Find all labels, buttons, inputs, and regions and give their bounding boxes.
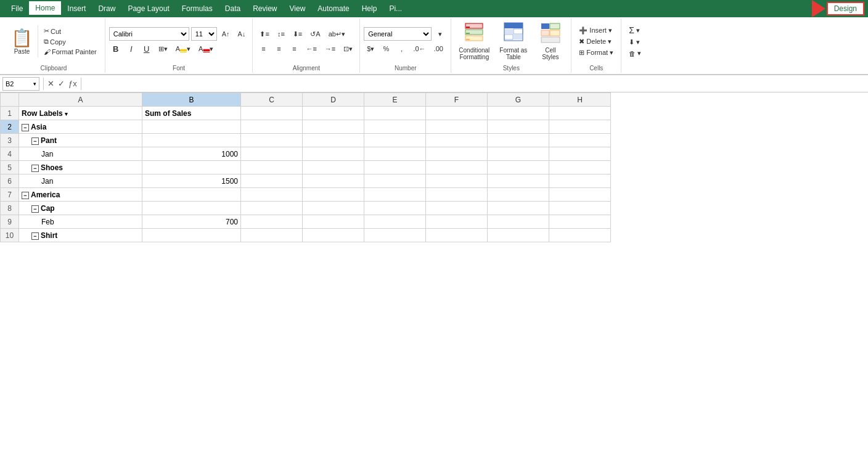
align-top-button[interactable]: ⬆≡: [256, 27, 272, 41]
cell[interactable]: [426, 120, 488, 134]
menu-home[interactable]: Home: [29, 1, 61, 16]
menu-insert[interactable]: Insert: [61, 2, 92, 15]
cell[interactable]: [364, 120, 426, 134]
cell[interactable]: [142, 120, 241, 134]
decrease-decimal-button[interactable]: .0←: [410, 42, 428, 55]
cell[interactable]: [426, 202, 488, 215]
cell[interactable]: [241, 107, 303, 120]
col-header-E[interactable]: E: [364, 93, 426, 107]
cell[interactable]: [549, 202, 611, 215]
cell[interactable]: [488, 202, 549, 215]
italic-button[interactable]: I: [125, 42, 138, 55]
cell-reference-box[interactable]: B2 ▾: [2, 77, 39, 91]
align-left-button[interactable]: ≡: [256, 42, 270, 55]
cell[interactable]: [426, 147, 488, 161]
cell[interactable]: [488, 188, 549, 202]
menu-help[interactable]: Help: [356, 2, 383, 15]
menu-data[interactable]: Data: [219, 2, 247, 15]
collapse-icon[interactable]: −: [31, 165, 39, 172]
cell[interactable]: −Cap: [19, 202, 142, 215]
cell[interactable]: [303, 174, 364, 188]
font-name-select[interactable]: Calibri: [109, 27, 189, 41]
cell[interactable]: [303, 107, 364, 120]
cancel-formula-icon[interactable]: ✕: [47, 79, 54, 88]
cell-styles-button[interactable]: Cell Styles: [533, 20, 567, 63]
cell[interactable]: [426, 161, 488, 174]
cell[interactable]: [241, 174, 303, 188]
cell[interactable]: [364, 215, 426, 229]
menu-formulas[interactable]: Formulas: [176, 2, 219, 15]
bold-button[interactable]: B: [109, 42, 123, 55]
cell[interactable]: Row Labels ▾: [19, 107, 142, 120]
cell[interactable]: [488, 229, 549, 242]
cell[interactable]: [303, 229, 364, 242]
cell[interactable]: [303, 215, 364, 229]
text-direction-button[interactable]: ↺A: [307, 27, 323, 41]
col-header-G[interactable]: G: [488, 93, 549, 107]
align-center-button[interactable]: ≡: [272, 42, 285, 55]
currency-button[interactable]: $▾: [364, 42, 377, 55]
cell[interactable]: [303, 161, 364, 174]
menu-page-layout[interactable]: Page Layout: [121, 2, 175, 15]
cell[interactable]: [241, 147, 303, 161]
font-grow-button[interactable]: A↑: [219, 27, 233, 41]
underline-button[interactable]: U: [140, 42, 154, 55]
collapse-icon[interactable]: −: [22, 192, 29, 199]
col-header-F[interactable]: F: [426, 93, 488, 107]
cell[interactable]: [142, 229, 241, 242]
col-header-B[interactable]: B: [142, 93, 241, 107]
cell[interactable]: [364, 147, 426, 161]
cell[interactable]: Sum of Sales: [142, 107, 241, 120]
cell[interactable]: [241, 188, 303, 202]
cell[interactable]: −America: [19, 188, 142, 202]
cell[interactable]: [142, 134, 241, 147]
cell[interactable]: −Pant: [19, 134, 142, 147]
merge-center-button[interactable]: ⊡▾: [340, 42, 356, 55]
cell[interactable]: [241, 134, 303, 147]
align-bottom-button[interactable]: ⬇≡: [290, 27, 305, 41]
clear-button[interactable]: 🗑 ▾: [625, 48, 645, 59]
cell[interactable]: [303, 120, 364, 134]
cell[interactable]: 1500: [142, 174, 241, 188]
cell[interactable]: [549, 188, 611, 202]
increase-indent-button[interactable]: →≡: [322, 42, 338, 55]
cell[interactable]: [303, 188, 364, 202]
menu-review[interactable]: Review: [247, 2, 283, 15]
function-icon[interactable]: ƒx: [68, 79, 77, 88]
percent-button[interactable]: %: [379, 42, 393, 55]
cell[interactable]: [488, 215, 549, 229]
cell[interactable]: [549, 174, 611, 188]
format-button[interactable]: ⊞ Format ▾: [575, 47, 617, 58]
number-format-select[interactable]: General: [364, 27, 432, 41]
cell[interactable]: [142, 188, 241, 202]
cell[interactable]: [488, 134, 549, 147]
collapse-icon[interactable]: −: [31, 137, 39, 145]
border-button[interactable]: ⊞▾: [155, 42, 171, 55]
decrease-indent-button[interactable]: ←≡: [303, 42, 319, 55]
cell[interactable]: [488, 107, 549, 120]
cell[interactable]: [241, 120, 303, 134]
autosum-button[interactable]: Σ ▾: [625, 24, 645, 36]
cell[interactable]: [488, 161, 549, 174]
cell[interactable]: [549, 134, 611, 147]
col-header-A[interactable]: A: [19, 93, 142, 107]
collapse-icon[interactable]: −: [22, 124, 29, 131]
cell[interactable]: [364, 229, 426, 242]
cell[interactable]: [549, 161, 611, 174]
menu-pi[interactable]: Pi...: [383, 2, 408, 15]
cell[interactable]: [142, 202, 241, 215]
cell[interactable]: Jan: [19, 147, 142, 161]
cell[interactable]: 700: [142, 215, 241, 229]
cell[interactable]: [426, 188, 488, 202]
cell[interactable]: −Shirt: [19, 229, 142, 242]
cell[interactable]: [549, 147, 611, 161]
cell[interactable]: [303, 202, 364, 215]
cell[interactable]: [426, 134, 488, 147]
cell[interactable]: −Asia: [19, 120, 142, 134]
delete-button[interactable]: ✖ Delete ▾: [575, 36, 617, 47]
menu-view[interactable]: View: [284, 2, 312, 15]
font-color-button[interactable]: A▬▾: [195, 42, 216, 55]
col-header-D[interactable]: D: [303, 93, 364, 107]
cell[interactable]: [303, 134, 364, 147]
cell[interactable]: Jan: [19, 174, 142, 188]
